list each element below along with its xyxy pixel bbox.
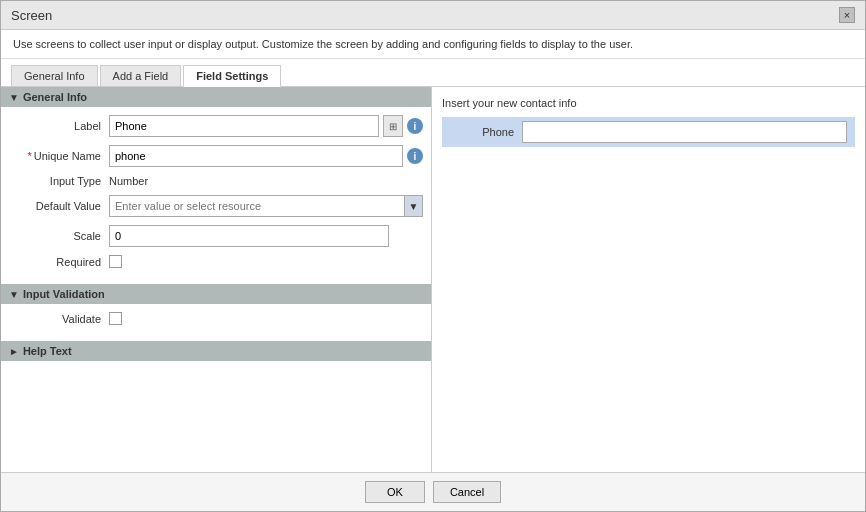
- general-info-arrow: ▼: [9, 92, 19, 103]
- preview-title: Insert your new contact info: [442, 97, 855, 109]
- validate-checkbox[interactable]: [109, 312, 122, 325]
- tab-general-info[interactable]: General Info: [11, 65, 98, 86]
- default-value-input[interactable]: [110, 196, 404, 216]
- preview-phone-input: [522, 121, 847, 143]
- help-text-body: [1, 361, 431, 401]
- help-text-header[interactable]: ► Help Text: [1, 341, 431, 361]
- bottom-bar: OK Cancel: [1, 472, 865, 511]
- validate-control: [109, 312, 423, 325]
- general-info-header[interactable]: ▼ General Info: [1, 87, 431, 107]
- general-info-title: General Info: [23, 91, 87, 103]
- input-validation-arrow: ▼: [9, 289, 19, 300]
- unique-name-control: i: [109, 145, 423, 167]
- title-bar: Screen ×: [1, 1, 865, 30]
- unique-name-info-icon[interactable]: i: [407, 148, 423, 164]
- right-panel: Insert your new contact info Phone: [431, 87, 865, 472]
- description-text: Use screens to collect user input or dis…: [1, 30, 865, 59]
- label-field-control: ⊞ i: [109, 115, 423, 137]
- preview-phone-label: Phone: [442, 126, 522, 138]
- input-type-text: Number: [109, 175, 148, 187]
- default-value-row: Default Value ▼: [5, 195, 427, 217]
- ok-button[interactable]: OK: [365, 481, 425, 503]
- required-label: Required: [9, 256, 109, 268]
- tab-bar: General Info Add a Field Field Settings: [1, 59, 865, 87]
- default-value-label: Default Value: [9, 200, 109, 212]
- scale-input[interactable]: [109, 225, 389, 247]
- input-type-label: Input Type: [9, 175, 109, 187]
- input-validation-header[interactable]: ▼ Input Validation: [1, 284, 431, 304]
- default-value-wrapper: ▼: [109, 195, 423, 217]
- label-edit-icon[interactable]: ⊞: [383, 115, 403, 137]
- validate-label: Validate: [9, 313, 109, 325]
- dialog-title: Screen: [11, 8, 52, 23]
- unique-name-input[interactable]: [109, 145, 403, 167]
- help-text-title: Help Text: [23, 345, 72, 357]
- cancel-button[interactable]: Cancel: [433, 481, 501, 503]
- label-field-label: Label: [9, 120, 109, 132]
- unique-name-row: *Unique Name i: [5, 145, 427, 167]
- label-input[interactable]: [109, 115, 379, 137]
- input-type-row: Input Type Number: [5, 175, 427, 187]
- unique-name-label: *Unique Name: [9, 150, 109, 162]
- scale-label: Scale: [9, 230, 109, 242]
- default-value-dropdown[interactable]: ▼: [404, 196, 422, 216]
- default-value-control: ▼: [109, 195, 423, 217]
- content-area: ▼ General Info Label ⊞ i *Unique Name: [1, 87, 865, 472]
- scale-control: [109, 225, 423, 247]
- tab-field-settings[interactable]: Field Settings: [183, 65, 281, 87]
- scale-row: Scale: [5, 225, 427, 247]
- tab-add-field[interactable]: Add a Field: [100, 65, 182, 86]
- label-row: Label ⊞ i: [5, 115, 427, 137]
- required-star: *: [27, 150, 31, 162]
- left-panel: ▼ General Info Label ⊞ i *Unique Name: [1, 87, 431, 472]
- general-info-body: Label ⊞ i *Unique Name i: [1, 107, 431, 284]
- required-checkbox[interactable]: [109, 255, 122, 268]
- input-type-value: Number: [109, 175, 423, 187]
- help-text-arrow: ►: [9, 346, 19, 357]
- input-validation-body: Validate: [1, 304, 431, 341]
- screen-dialog: Screen × Use screens to collect user inp…: [0, 0, 866, 512]
- input-validation-title: Input Validation: [23, 288, 105, 300]
- required-row: Required: [5, 255, 427, 268]
- close-button[interactable]: ×: [839, 7, 855, 23]
- required-control: [109, 255, 423, 268]
- label-info-icon[interactable]: i: [407, 118, 423, 134]
- preview-row: Phone: [442, 117, 855, 147]
- validate-row: Validate: [5, 312, 427, 325]
